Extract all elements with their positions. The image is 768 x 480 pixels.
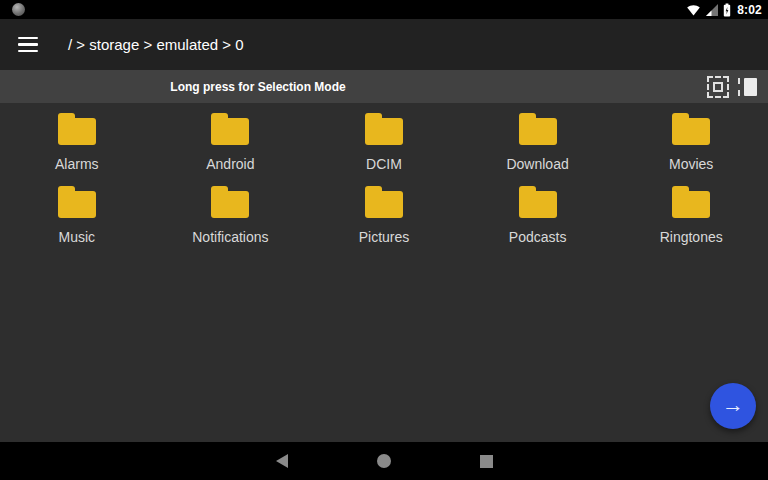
folder-icon: [519, 191, 557, 218]
status-bar: 8:02: [0, 0, 768, 19]
folder-icon: [58, 118, 96, 145]
folder-icon: [211, 118, 249, 145]
folder-icon: [365, 191, 403, 218]
folder-label: Ringtones: [660, 229, 723, 245]
folder-tile-notifications[interactable]: Notifications: [154, 182, 308, 255]
app-toolbar: / > storage > emulated > 0: [0, 19, 768, 70]
battery-charging-icon: [723, 3, 731, 17]
select-side-panel-icon[interactable]: [738, 76, 758, 98]
notification-dot-icon: [12, 3, 25, 16]
folder-tile-alarms[interactable]: Alarms: [0, 109, 154, 182]
selection-hint-bar: Long press for Selection Mode: [0, 70, 768, 103]
folder-label: Download: [506, 156, 568, 172]
folder-icon: [672, 118, 710, 145]
recents-icon[interactable]: [480, 455, 493, 468]
folder-label: Pictures: [359, 229, 410, 245]
select-all-icon[interactable]: [707, 76, 729, 98]
breadcrumb[interactable]: / > storage > emulated > 0: [68, 36, 244, 53]
folder-tile-pictures[interactable]: Pictures: [307, 182, 461, 255]
status-time: 8:02: [737, 3, 762, 17]
folder-tile-download[interactable]: Download: [461, 109, 615, 182]
back-icon[interactable]: [276, 454, 288, 468]
folder-label: DCIM: [366, 156, 402, 172]
home-icon[interactable]: [377, 454, 391, 468]
folder-tile-android[interactable]: Android: [154, 109, 308, 182]
folder-label: Podcasts: [509, 229, 567, 245]
folder-label: Music: [59, 229, 96, 245]
selection-hint-text: Long press for Selection Mode: [170, 80, 345, 94]
navigate-forward-fab[interactable]: →: [710, 383, 756, 429]
arrow-right-icon: →: [722, 394, 744, 416]
folder-icon: [211, 191, 249, 218]
folder-tile-podcasts[interactable]: Podcasts: [461, 182, 615, 255]
folder-tile-music[interactable]: Music: [0, 182, 154, 255]
android-nav-bar: [0, 442, 768, 480]
cell-signal-icon: [705, 3, 719, 17]
folder-tile-ringtones[interactable]: Ringtones: [614, 182, 768, 255]
folder-tile-movies[interactable]: Movies: [614, 109, 768, 182]
folder-tile-dcim[interactable]: DCIM: [307, 109, 461, 182]
folder-label: Movies: [669, 156, 713, 172]
folder-label: Alarms: [55, 156, 99, 172]
folder-label: Android: [206, 156, 254, 172]
folder-icon: [519, 118, 557, 145]
folder-icon: [58, 191, 96, 218]
hamburger-menu-icon[interactable]: [18, 37, 38, 53]
wifi-icon: [686, 3, 701, 17]
folder-label: Notifications: [192, 229, 268, 245]
folder-grid: Alarms Android DCIM Download Movies Musi…: [0, 103, 768, 255]
folder-icon: [672, 191, 710, 218]
folder-icon: [365, 118, 403, 145]
